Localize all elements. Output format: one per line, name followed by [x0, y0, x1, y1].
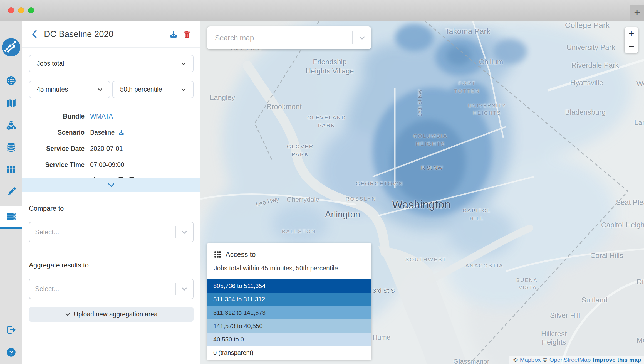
- map-label: ROSSLYN: [346, 196, 376, 202]
- map-label: 3rd St S: [373, 287, 395, 294]
- opportunity-dataset-value: Jobs total: [29, 60, 180, 67]
- map-label: SOUTHWEST: [405, 257, 447, 263]
- map-label: Chillum: [479, 58, 503, 66]
- map-label: Washington: [392, 198, 450, 211]
- service-date-label: Service Date: [29, 145, 85, 153]
- map-label: Arlington: [325, 209, 360, 220]
- map-label: FORT: [458, 80, 476, 87]
- macos-titlebar: +: [0, 0, 644, 21]
- detail-row-bundle: Bundle WMATA: [29, 108, 194, 124]
- openstreetmap-link[interactable]: OpenStreetMap: [549, 356, 591, 363]
- legend-class-row: 40,550 to 0: [207, 333, 371, 346]
- map-label: Suitland: [581, 296, 608, 304]
- copyright-symbol: ©: [513, 356, 517, 363]
- map-label: HEIGHTS: [473, 110, 501, 116]
- improve-map-link[interactable]: Improve this map: [593, 356, 641, 363]
- map-label: BUENA: [516, 277, 538, 283]
- logout-icon[interactable]: [0, 324, 22, 336]
- map-label: TOTTEN: [454, 88, 480, 94]
- map-label: GLOVER: [287, 144, 314, 150]
- expand-details-button[interactable]: [22, 178, 200, 192]
- map-attribution: © Mapbox © OpenStreetMap Improve this ma…: [509, 356, 644, 364]
- compare-to-label: Compare to: [29, 205, 194, 212]
- map-label: BALLSTON: [282, 228, 316, 235]
- grid-icon: [214, 251, 221, 258]
- map-search-box: [207, 26, 371, 49]
- panel-header: DC Baseline 2020: [22, 21, 200, 48]
- zoom-in-button[interactable]: +: [625, 27, 638, 40]
- minimize-window-button[interactable]: [18, 7, 24, 13]
- analysis-details: Bundle WMATA Scenario Baseline Service D…: [29, 108, 194, 189]
- conveyal-logo-icon[interactable]: [0, 37, 22, 58]
- map-label: Hume: [373, 333, 390, 341]
- aggregate-results-label: Aggregate results to: [29, 261, 194, 269]
- map-label: Coral Hills: [590, 251, 623, 260]
- zoom-out-button[interactable]: −: [625, 40, 638, 53]
- upload-aggregation-area-button[interactable]: Upload new aggregation area: [29, 307, 194, 322]
- app-window: +: [0, 0, 644, 364]
- page-title: DC Baseline 2020: [44, 29, 167, 39]
- help-icon[interactable]: ?: [0, 346, 22, 358]
- map-label: College Park: [565, 21, 610, 30]
- search-input[interactable]: [207, 34, 352, 42]
- map-canvas[interactable]: Glen EchoTakoma ParkCollege ParkUniversi…: [200, 21, 644, 364]
- map-label: 16th St NW: [417, 89, 423, 116]
- scenario-label: Scenario: [29, 129, 85, 136]
- chevron-down-icon: [107, 182, 115, 188]
- datasets-database-icon[interactable]: [0, 141, 22, 153]
- new-tab-button[interactable]: +: [630, 5, 644, 21]
- edit-pencil-icon[interactable]: [0, 185, 22, 198]
- compare-to-select[interactable]: Select...: [29, 222, 194, 242]
- back-button[interactable]: [29, 29, 40, 40]
- aggregate-placeholder: Select...: [29, 285, 175, 293]
- access-legend: Access to Jobs total within 45 minutes, …: [207, 243, 371, 360]
- map-label: We: [636, 79, 644, 88]
- percentile-select[interactable]: 50th percentile: [112, 81, 194, 98]
- map-label: CLEVELAND: [307, 115, 346, 121]
- cutoff-minutes-value: 45 minutes: [29, 86, 97, 93]
- map-label: Silver Hill: [550, 311, 580, 320]
- detail-row-service-date: Service Date 2020-07-01: [29, 141, 194, 157]
- fullscreen-window-button[interactable]: [28, 7, 34, 13]
- chevron-down-icon: [65, 312, 70, 317]
- regional-analyses-active-item[interactable]: [0, 206, 22, 227]
- legend-classes: 805,736 to 511,354511,354 to 311,312311,…: [207, 279, 371, 360]
- mapbox-link[interactable]: Mapbox: [520, 356, 541, 363]
- detail-row-scenario: Scenario Baseline: [29, 124, 194, 141]
- upload-button-label: Upload new aggregation area: [74, 311, 158, 318]
- map-label: Takoma Park: [445, 27, 490, 36]
- chevron-down-icon: [176, 228, 193, 236]
- legend-class-row: 311,312 to 141,573: [207, 306, 371, 319]
- opportunity-dataset-select[interactable]: Jobs total: [29, 55, 194, 72]
- cutoff-minutes-select[interactable]: 45 minutes: [29, 81, 110, 98]
- copyright-symbol: ©: [543, 356, 547, 363]
- bundle-link[interactable]: WMATA: [90, 113, 113, 120]
- map-label: Riverdale Park: [571, 61, 619, 70]
- map-label: University Park: [567, 43, 615, 52]
- delete-analysis-button[interactable]: [180, 29, 194, 40]
- map-label: PARK: [292, 151, 309, 158]
- networks-cubes-icon[interactable]: [0, 119, 22, 131]
- map-label: UNIVERSITY: [468, 103, 506, 109]
- download-results-button[interactable]: [167, 29, 180, 40]
- opportunities-grid-icon[interactable]: [0, 163, 22, 176]
- chevron-down-icon[interactable]: [353, 34, 371, 42]
- map-label: Friendship: [313, 58, 346, 66]
- legend-class-row: 511,354 to 311,312: [207, 293, 371, 306]
- map-label: Capitol Heights: [601, 221, 644, 229]
- map-label: Hillcrest: [541, 329, 567, 338]
- map-label: COLUMBIA: [413, 133, 447, 139]
- map-label: ANACOSTIA: [465, 263, 504, 269]
- chevron-down-icon: [176, 285, 193, 293]
- bundle-label: Bundle: [29, 113, 85, 120]
- compare-to-placeholder: Select...: [29, 228, 175, 236]
- projects-map-icon[interactable]: [0, 97, 22, 109]
- regions-globe-icon[interactable]: [0, 75, 22, 87]
- map-label: Brookmont: [267, 102, 302, 111]
- svg-text:?: ?: [9, 349, 13, 356]
- download-scenario-icon[interactable]: [118, 129, 125, 136]
- map-label: Heights Village: [306, 67, 354, 75]
- aggregate-results-select[interactable]: Select...: [29, 279, 194, 299]
- map-label: GEORGETOWN: [356, 181, 403, 187]
- close-window-button[interactable]: [8, 7, 14, 13]
